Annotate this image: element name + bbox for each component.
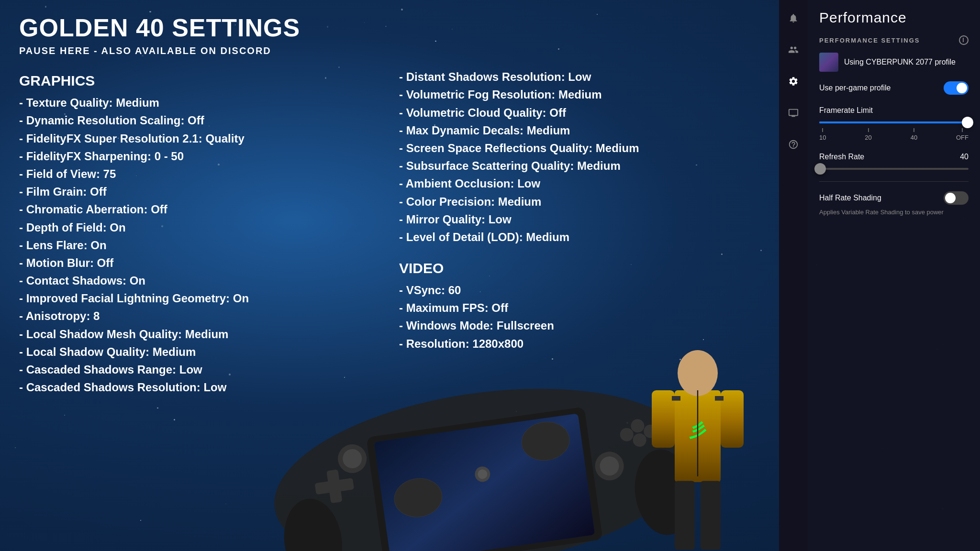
setting-item: - Texture Quality: Medium — [19, 94, 380, 111]
profile-name: Using CYBERPUNK 2077 profile — [844, 58, 956, 66]
per-game-toggle-row: Use per-game profile — [819, 81, 969, 95]
setting-item: - VSync: 60 — [399, 281, 760, 299]
framerate-label: Framerate Limit — [819, 106, 969, 115]
perf-sidebar — [779, 0, 808, 551]
setting-item: - Distant Shadows Resolution: Low — [399, 68, 760, 86]
tick-line — [822, 128, 823, 132]
tick-line — [868, 128, 869, 132]
page-subtitle: PAUSE HERE - ALSO AVAILABLE ON DISCORD — [19, 45, 760, 56]
framerate-slider-thumb[interactable] — [962, 117, 973, 128]
setting-item: - Color Precision: Medium — [399, 193, 760, 210]
page-title: GOLDEN 40 SETTINGS — [19, 14, 760, 42]
setting-item: - Lens Flare: On — [19, 236, 380, 254]
video-settings: - VSync: 60- Maximum FPS: Off- Windows M… — [399, 281, 760, 353]
setting-item: - FidelityFX Sharpening: 0 - 50 — [19, 147, 380, 165]
setting-item: - Anisotropy: 8 — [19, 307, 380, 325]
performance-panel: Performance PERFORMANCE SETTINGS i Using… — [779, 0, 980, 551]
half-rate-toggle[interactable] — [944, 191, 969, 205]
setting-item: - Level of Detail (LOD): Medium — [399, 228, 760, 246]
setting-item: - Maximum FPS: Off — [399, 299, 760, 317]
performance-title: Performance — [819, 10, 969, 26]
column-1: GRAPHICS - Texture Quality: Medium- Dyna… — [19, 68, 380, 396]
setting-item: - Local Shadow Quality: Medium — [19, 343, 380, 361]
video-title: VIDEO — [399, 260, 760, 276]
half-rate-desc: Applies Variable Rate Shading to save po… — [819, 209, 969, 216]
setting-item: - Resolution: 1280x800 — [399, 335, 760, 353]
setting-item: - Film Grain: Off — [19, 183, 380, 200]
info-icon[interactable]: i — [959, 35, 969, 45]
avatar-image — [819, 53, 838, 72]
setting-item: - Motion Blur: Off — [19, 254, 380, 272]
setting-item: - Windows Mode: Fullscreen — [399, 317, 760, 334]
framerate-section: Framerate Limit 10 20 — [819, 106, 969, 141]
setting-item: - Chromatic Aberration: Off — [19, 200, 380, 218]
setting-item: - Contact Shadows: On — [19, 272, 380, 289]
graphics-title: GRAPHICS — [19, 73, 380, 89]
graphics-settings-col1: - Texture Quality: Medium- Dynamic Resol… — [19, 94, 380, 396]
performance-main: Performance PERFORMANCE SETTINGS i Using… — [808, 0, 980, 551]
settings-columns: GRAPHICS - Texture Quality: Medium- Dyna… — [19, 68, 760, 396]
setting-item: - Subsurface Scattering Quality: Medium — [399, 157, 760, 175]
profile-row: Using CYBERPUNK 2077 profile — [819, 53, 969, 72]
setting-item: - Screen Space Reflections Quality: Medi… — [399, 139, 760, 157]
framerate-slider-container[interactable] — [819, 121, 969, 123]
setting-item: - Field of View: 75 — [19, 165, 380, 183]
framerate-slider-track — [819, 121, 969, 123]
settings-icon[interactable] — [785, 73, 802, 90]
setting-item: - Local Shadow Mesh Quality: Medium — [19, 325, 380, 343]
settings-panel: GOLDEN 40 SETTINGS PAUSE HERE - ALSO AVA… — [0, 0, 779, 551]
refresh-slider-container[interactable] — [819, 168, 969, 170]
tick-line — [962, 128, 963, 132]
half-rate-label: Half Rate Shading — [819, 194, 881, 202]
tick-line — [913, 128, 914, 132]
notification-icon[interactable] — [785, 10, 802, 27]
setting-item: - Volumetric Fog Resolution: Medium — [399, 86, 760, 103]
profile-avatar — [819, 53, 838, 72]
column-2: - Distant Shadows Resolution: Low- Volum… — [399, 68, 760, 396]
tick-off: OFF — [956, 128, 969, 141]
per-game-toggle[interactable] — [944, 81, 969, 95]
refresh-rate-label: Refresh Rate — [819, 153, 864, 161]
refresh-slider-thumb[interactable] — [814, 163, 826, 175]
tick-10: 10 — [819, 128, 826, 141]
framerate-ticks: 10 20 40 OFF — [819, 128, 969, 141]
setting-item: - Dynamic Resolution Scaling: Off — [19, 111, 380, 129]
setting-item: - Cascaded Shadows Range: Low — [19, 361, 380, 378]
display-icon[interactable] — [785, 104, 802, 121]
toggle-knob — [957, 83, 967, 93]
refresh-rate-row: Refresh Rate 40 — [819, 153, 969, 161]
framerate-slider-fill — [819, 121, 969, 123]
half-rate-row: Half Rate Shading — [819, 191, 969, 205]
tick-20: 20 — [865, 128, 871, 141]
half-rate-section: Half Rate Shading Applies Variable Rate … — [819, 181, 969, 216]
setting-item: - FidelityFX Super Resolution 2.1: Quali… — [19, 130, 380, 147]
tick-40: 40 — [911, 128, 917, 141]
setting-item: - Max Dynamic Decals: Medium — [399, 121, 760, 139]
setting-item: - Improved Facial Lightning Geometry: On — [19, 289, 380, 307]
friends-icon[interactable] — [785, 41, 802, 58]
half-rate-toggle-knob — [945, 193, 956, 203]
performance-section-label: PERFORMANCE SETTINGS i — [819, 35, 969, 45]
per-game-label: Use per-game profile — [819, 84, 891, 92]
setting-item: - Ambient Occlusion: Low — [399, 175, 760, 192]
refresh-rate-value: 40 — [960, 153, 969, 161]
setting-item: - Mirror Quality: Low — [399, 210, 760, 228]
setting-item: - Cascaded Shadows Resolution: Low — [19, 378, 380, 396]
main-content: GOLDEN 40 SETTINGS PAUSE HERE - ALSO AVA… — [0, 0, 980, 551]
help-icon[interactable] — [785, 136, 802, 153]
setting-item: - Depth of Field: On — [19, 219, 380, 236]
graphics-settings-col2: - Distant Shadows Resolution: Low- Volum… — [399, 68, 760, 246]
setting-item: - Volumetric Cloud Quality: Off — [399, 104, 760, 121]
